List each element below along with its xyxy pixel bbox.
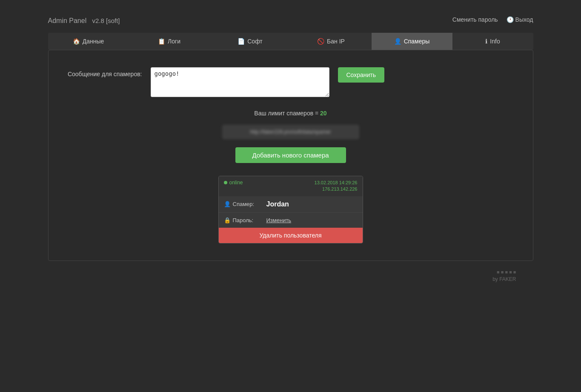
spammer-password-label: 🔒 Пароль:: [224, 217, 266, 223]
spammer-card: online 13.02.2018 14:29:26 176.213.142.2…: [218, 176, 363, 243]
page-title: Admin Panel v2.8 [soft]: [48, 13, 120, 26]
header-actions: Сменить пароль 🕐 Выход: [452, 16, 533, 23]
status-text: online: [229, 180, 243, 186]
home-icon: 🏠: [73, 38, 80, 45]
limit-section: Ваш лимит спамеров = 20: [61, 110, 520, 117]
change-password-link[interactable]: Сменить пароль: [452, 16, 498, 23]
nav-label-info: Info: [490, 38, 500, 45]
nav-label-spammers: Спамеры: [404, 38, 430, 45]
header: Admin Panel v2.8 [soft] Сменить пароль 🕐…: [48, 13, 533, 26]
change-password-spammer-link[interactable]: Изменить: [266, 217, 292, 223]
version-text: v2.8 [soft]: [92, 17, 120, 24]
spammer-url: http://faker228.pro/soft/data/spamer: [223, 125, 359, 139]
spammer-card-header: online 13.02.2018 14:29:26 176.213.142.2…: [219, 176, 363, 196]
message-label: Сообщение для спамеров:: [61, 67, 142, 77]
file-icon: 📄: [238, 38, 245, 45]
list-icon: 📋: [158, 38, 165, 45]
logout-label: Выход: [515, 16, 533, 23]
navigation: 🏠 Данные 📋 Логи 📄 Софт 🚫 Бан IP 👤 Спамер…: [48, 33, 533, 50]
limit-text: Ваш лимит спамеров =: [254, 110, 318, 117]
footer-credit: by FAKER: [48, 276, 516, 282]
message-section: Сообщение для спамеров: Сохранить: [61, 67, 520, 97]
nav-item-logs[interactable]: 📋 Логи: [129, 33, 210, 50]
nav-item-ban-ip[interactable]: 🚫 Бан IP: [291, 33, 372, 50]
user-icon: 👤: [394, 38, 401, 45]
spammer-meta: 13.02.2018 14:29:26 176.213.142.226: [315, 180, 358, 193]
nav-item-spammers[interactable]: 👤 Спамеры: [372, 33, 452, 50]
spammer-name-label: 👤 Спамер:: [224, 201, 266, 207]
footer: ■ ■ ■ ■ ■ by FAKER: [48, 261, 533, 286]
spammer-name-row: 👤 Спамер: Jordan: [219, 196, 363, 213]
nav-label-logs: Логи: [168, 38, 180, 45]
logout-link[interactable]: 🕐 Выход: [507, 16, 533, 23]
spammer-card-body: 👤 Спамер: Jordan 🔒 Пароль: Изменить: [219, 196, 363, 228]
online-badge: online: [224, 180, 243, 186]
spammer-password-row: 🔒 Пароль: Изменить: [219, 213, 363, 228]
clock-icon: 🕐: [507, 16, 514, 23]
nav-item-data[interactable]: 🏠 Данные: [48, 33, 129, 50]
spammer-ip: 176.213.142.226: [315, 186, 358, 192]
ban-icon: 🚫: [317, 38, 324, 45]
nav-item-soft[interactable]: 📄 Софт: [210, 33, 291, 50]
footer-logo: ■ ■ ■ ■ ■: [48, 269, 516, 275]
user-small-icon: 👤: [224, 201, 231, 207]
info-icon: ℹ: [485, 38, 487, 45]
add-spammer-button[interactable]: Добавить нового спамера: [235, 147, 346, 163]
delete-user-button[interactable]: Удалить пользователя: [219, 228, 363, 243]
message-textarea[interactable]: [151, 67, 329, 97]
nav-item-info[interactable]: ℹ Info: [452, 33, 533, 50]
save-button[interactable]: Сохранить: [338, 67, 385, 83]
title-text: Admin Panel: [48, 17, 87, 24]
online-dot: [224, 181, 227, 184]
main-card: Сообщение для спамеров: Сохранить Ваш ли…: [48, 50, 533, 261]
nav-label-soft: Софт: [247, 38, 263, 45]
limit-value: 20: [320, 110, 327, 117]
nav-label-data: Данные: [83, 38, 104, 45]
nav-label-ban-ip: Бан IP: [327, 38, 345, 45]
spammer-name-value: Jordan: [266, 200, 289, 208]
spammer-date: 13.02.2018 14:29:26: [315, 180, 358, 186]
lock-icon: 🔒: [224, 217, 231, 223]
